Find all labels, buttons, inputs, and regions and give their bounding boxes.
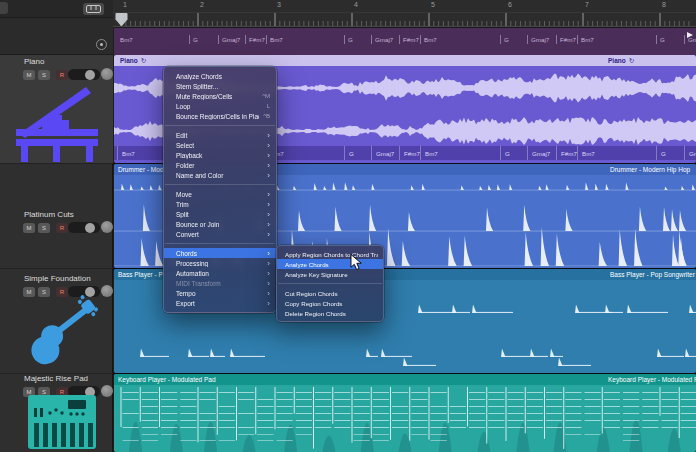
region-keyboard[interactable]: Keyboard Player - Modulated Pad Keyboard… bbox=[114, 374, 696, 452]
menu-item-move[interactable]: Move› bbox=[164, 189, 276, 199]
submenu-item-analyze-chords[interactable]: Analyze Chords bbox=[277, 259, 383, 269]
menu-item-automation[interactable]: Automation› bbox=[164, 268, 276, 278]
pan-knob[interactable] bbox=[101, 285, 113, 297]
chord-label: G bbox=[502, 149, 510, 158]
menu-item-edit[interactable]: Edit› bbox=[164, 130, 276, 140]
menu-item-shortcut: ^B bbox=[263, 113, 270, 119]
chord-boundary-tick bbox=[344, 146, 345, 160]
menu-item-label: Apply Region Chords to Chord Track bbox=[285, 251, 378, 258]
chord-label: Bm7 bbox=[577, 35, 594, 44]
submenu-item-analyze-key-signature[interactable]: Analyze Key Signature bbox=[277, 269, 383, 279]
menu-item-label: Select bbox=[176, 142, 263, 149]
track-name: Platinum Cuts bbox=[24, 210, 74, 219]
menu-item-analyze-chords[interactable]: Analyze Chords bbox=[164, 71, 276, 81]
menu-item-label: Analyze Chords bbox=[285, 261, 378, 268]
menu-item-processing[interactable]: Processing› bbox=[164, 258, 276, 268]
chord-label: G bbox=[189, 35, 198, 44]
submenu-item-copy-region-chords[interactable]: Copy Region Chords bbox=[277, 298, 383, 308]
menu-item-midi-transform[interactable]: MIDI Transform› bbox=[164, 278, 276, 288]
chord-track-disclosure-icon[interactable] bbox=[96, 39, 107, 50]
submenu-arrow-icon: › bbox=[267, 151, 270, 160]
menu-item-label: Bounce or Join bbox=[176, 221, 263, 228]
submenu-item-apply-region-chords-to-chord-track[interactable]: Apply Region Chords to Chord Track bbox=[277, 249, 383, 259]
track-header-piano[interactable]: Piano M S R bbox=[0, 55, 113, 163]
submenu-item-cut-region-chords[interactable]: Cut Region Chords bbox=[277, 288, 383, 298]
chord-label: Gmaj7 bbox=[686, 149, 696, 158]
chord-label: Gmaj7 bbox=[527, 35, 549, 44]
chord-label: Bm7 bbox=[119, 149, 135, 158]
menu-item-playback[interactable]: Playback› bbox=[164, 150, 276, 160]
playhead-marker[interactable] bbox=[113, 0, 696, 27]
slider-thumb[interactable] bbox=[85, 223, 95, 233]
chord-label: G bbox=[346, 149, 354, 158]
menu-item-trim[interactable]: Trim› bbox=[164, 199, 276, 209]
menu-item-label: Name and Color bbox=[176, 172, 263, 179]
solo-button[interactable]: S bbox=[38, 223, 50, 233]
track-name: Majestic Rise Pad bbox=[24, 374, 88, 383]
menu-item-select[interactable]: Select› bbox=[164, 140, 276, 150]
chord-label: Bm7 bbox=[117, 35, 133, 44]
chord-track[interactable]: Bm7GGmaj7F#m7Bm7GGmaj7F#m7Bm7GGmaj7F#m7B… bbox=[114, 27, 696, 55]
menu-item-label: Delete Region Chords bbox=[285, 310, 378, 317]
pan-knob[interactable] bbox=[101, 221, 113, 233]
solo-button[interactable]: S bbox=[38, 70, 50, 80]
musical-typing-button[interactable] bbox=[83, 3, 104, 15]
track-list-sidebar: Piano M S R Platinum Cuts bbox=[0, 0, 113, 452]
grand-piano-icon bbox=[6, 84, 108, 162]
region-name: Piano bbox=[120, 57, 138, 64]
menu-separator bbox=[165, 125, 275, 126]
menu-item-label: Playback bbox=[176, 152, 263, 159]
menu-item-label: Mute Regions/Cells bbox=[176, 93, 258, 100]
submenu-arrow-icon: › bbox=[267, 190, 270, 199]
menu-item-split[interactable]: Split› bbox=[164, 209, 276, 219]
volume-slider[interactable] bbox=[68, 222, 100, 233]
menu-item-stem-splitter[interactable]: Stem Splitter... bbox=[164, 81, 276, 91]
menu-item-convert[interactable]: Convert› bbox=[164, 229, 276, 239]
menu-item-loop[interactable]: LoopL bbox=[164, 101, 276, 111]
menu-item-bounce-regions-cells-in-place[interactable]: Bounce Regions/Cells in Place...^B bbox=[164, 111, 276, 121]
logic-pro-tracks-window: Piano M S R Platinum Cuts bbox=[0, 0, 696, 452]
menu-item-bounce-or-join[interactable]: Bounce or Join› bbox=[164, 219, 276, 229]
toolbar-partial-button[interactable] bbox=[0, 2, 8, 14]
slider-thumb[interactable] bbox=[85, 70, 95, 80]
submenu-arrow-icon: › bbox=[267, 230, 270, 239]
loop-icon: ↻ bbox=[141, 57, 146, 64]
menu-item-mute-regions-cells[interactable]: Mute Regions/Cells^M bbox=[164, 91, 276, 101]
menu-item-label: Cut Region Chords bbox=[285, 290, 378, 297]
chord-boundary-tick bbox=[117, 146, 118, 160]
region-header[interactable]: Piano↻ Piano↻ bbox=[114, 55, 696, 66]
chord-label: G bbox=[656, 35, 665, 44]
record-button[interactable]: R bbox=[56, 223, 68, 233]
track-header-majestic-rise-pad[interactable]: Majestic Rise Pad M S R bbox=[0, 373, 113, 452]
menu-item-shortcut: ^M bbox=[262, 93, 270, 99]
menu-item-tempo[interactable]: Tempo› bbox=[164, 288, 276, 298]
bar-ruler[interactable]: 12345678 bbox=[113, 0, 696, 27]
pan-knob[interactable] bbox=[101, 385, 113, 397]
menu-item-label: Processing bbox=[176, 260, 263, 267]
menu-separator bbox=[165, 243, 275, 244]
mute-button[interactable]: M bbox=[23, 223, 35, 233]
chord-label: Gmaj7 bbox=[529, 149, 550, 158]
region-header[interactable]: Keyboard Player - Modulated Pad Keyboard… bbox=[114, 374, 696, 385]
menu-item-chords[interactable]: Chords› bbox=[164, 248, 276, 258]
record-button[interactable]: R bbox=[56, 70, 68, 80]
menu-item-export[interactable]: Export› bbox=[164, 298, 276, 308]
track-header-platinum-cuts[interactable]: Platinum Cuts M S R bbox=[0, 163, 113, 268]
menu-item-label: Analyze Key Signature bbox=[285, 271, 378, 278]
track-header-simple-foundation[interactable]: Simple Foundation M S R bbox=[0, 268, 113, 373]
keyboard-icon bbox=[86, 5, 101, 13]
submenu-arrow-icon: › bbox=[267, 279, 270, 288]
submenu-arrow-icon: › bbox=[267, 289, 270, 298]
pan-knob[interactable] bbox=[101, 68, 113, 80]
mute-button[interactable]: M bbox=[23, 70, 35, 80]
synth-keyboard-icon bbox=[26, 393, 100, 451]
chord-label: F#m7 bbox=[245, 35, 265, 44]
menu-item-label: MIDI Transform bbox=[176, 280, 263, 287]
submenu-item-delete-region-chords[interactable]: Delete Region Chords bbox=[277, 308, 383, 318]
menu-item-name-and-color[interactable]: Name and Color› bbox=[164, 170, 276, 180]
menu-item-label: Copy Region Chords bbox=[285, 300, 378, 307]
menu-item-folder[interactable]: Folder› bbox=[164, 160, 276, 170]
volume-slider[interactable] bbox=[68, 69, 100, 80]
chord-label: G bbox=[658, 149, 666, 158]
submenu-arrow-icon: › bbox=[267, 210, 270, 219]
